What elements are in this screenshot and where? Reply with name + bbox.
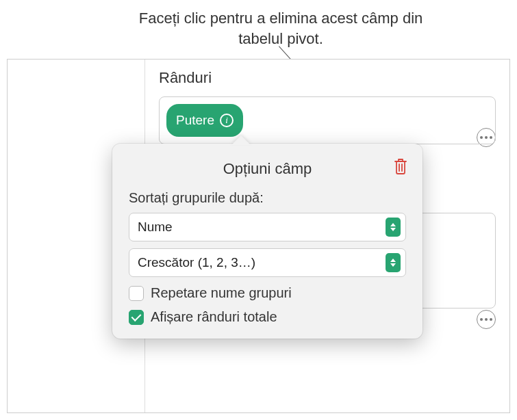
show-totals-checkbox[interactable]	[129, 310, 144, 325]
rows-drop-well[interactable]: Putere i	[159, 96, 496, 144]
field-options-popover: Opțiuni câmp Sortați grupurile după: Num…	[112, 144, 423, 339]
dropdown-stepper-icon	[386, 218, 401, 237]
repeat-groups-checkbox-row[interactable]: Repetare nume grupuri	[129, 285, 406, 301]
popover-title: Opțiuni câmp	[129, 160, 406, 178]
sort-order-value: Crescător (1, 2, 3…)	[138, 255, 386, 270]
show-totals-checkbox-row[interactable]: Afișare rânduri totale	[129, 309, 406, 325]
callout-annotation: Faceți clic pentru a elimina acest câmp …	[123, 8, 438, 49]
delete-field-button[interactable]	[392, 157, 409, 178]
info-icon[interactable]: i	[220, 114, 234, 127]
sort-order-select[interactable]: Crescător (1, 2, 3…)	[129, 248, 406, 277]
show-totals-label: Afișare rânduri totale	[151, 309, 277, 325]
repeat-groups-label: Repetare nume grupuri	[151, 285, 292, 301]
trash-icon	[392, 157, 409, 175]
repeat-groups-checkbox[interactable]	[129, 286, 144, 301]
sort-groups-label: Sortați grupurile după:	[129, 190, 406, 206]
sort-by-value: Nume	[138, 220, 386, 235]
rows-section-title: Rânduri	[159, 69, 496, 87]
field-pill-putere[interactable]: Putere i	[166, 104, 243, 137]
field-pill-label: Putere	[176, 113, 214, 128]
sort-by-select[interactable]: Nume	[129, 213, 406, 241]
dropdown-stepper-icon	[386, 253, 401, 272]
